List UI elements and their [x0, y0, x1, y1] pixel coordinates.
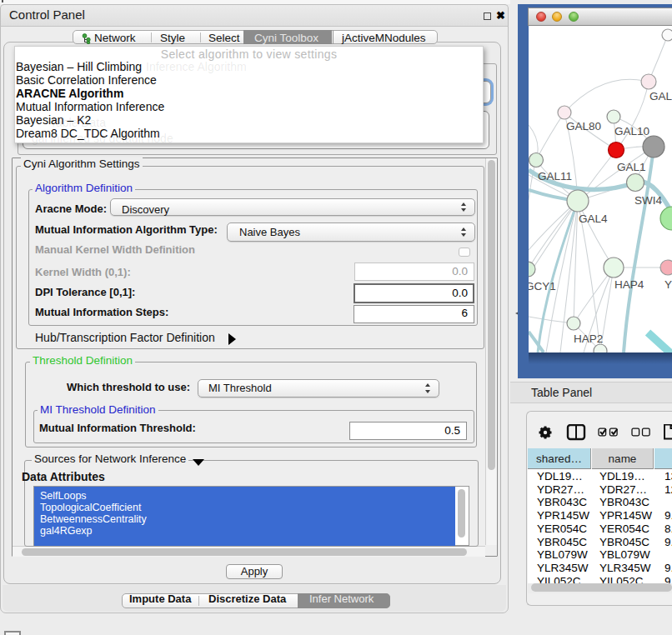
svg-text:GAL2: GAL2: [649, 90, 672, 102]
svg-text:SWI4: SWI4: [634, 194, 662, 207]
svg-text:HAP2: HAP2: [574, 332, 603, 345]
svg-text:GAL11: GAL11: [538, 170, 572, 182]
svg-text:GCY1: GCY1: [529, 280, 556, 292]
svg-text:HAP4: HAP4: [614, 278, 644, 291]
svg-text:GAL1: GAL1: [617, 161, 646, 173]
svg-text:GAL10: GAL10: [614, 125, 649, 138]
svg-text:GAL4: GAL4: [579, 212, 608, 225]
svg-text:GAL80: GAL80: [566, 120, 601, 132]
svg-text:Y: Y: [664, 278, 672, 291]
